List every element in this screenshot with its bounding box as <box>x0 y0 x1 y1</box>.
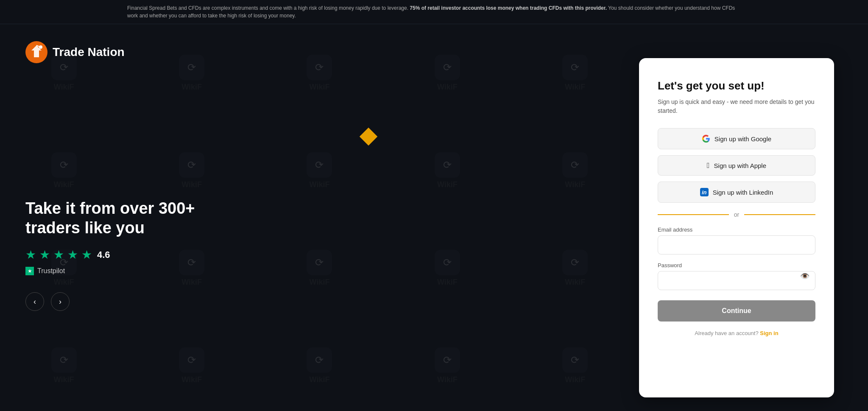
watermark-logo-icon: ⟳ <box>51 347 77 373</box>
watermark-cell: ⟳ WikiF <box>383 317 511 411</box>
watermark-text: WikiF <box>565 375 585 384</box>
watermark-logo-icon: ⟳ <box>562 152 588 178</box>
watermark-text: WikiF <box>437 375 458 384</box>
or-text: or <box>734 211 739 218</box>
linkedin-btn-label: Sign up with LinkedIn <box>713 189 773 196</box>
email-field-group: Email address <box>658 226 815 254</box>
watermark-text: WikiF <box>437 83 458 92</box>
logo-text: Trade Nation <box>53 45 125 59</box>
linkedin-signup-button[interactable]: in Sign up with LinkedIn <box>658 182 815 203</box>
watermark-cell: ⟳ WikiF <box>0 317 128 411</box>
watermark-logo-icon: ⟳ <box>179 152 204 178</box>
watermark-text: WikiF <box>565 83 585 92</box>
star-1: ★ <box>25 248 36 262</box>
nav-arrows: ‹ › <box>25 292 614 311</box>
left-panel: ⟳ WikiF ⟳ WikiF ⟳ WikiF ⟳ WikiF ⟳ WikiF … <box>0 24 639 411</box>
risk-bold: 75% of retail investor accounts lose mon… <box>410 5 607 11</box>
testimonial-section: Take it from over 300+ traders like you … <box>25 199 614 311</box>
watermark-text: WikiF <box>310 375 330 384</box>
watermark-cell: ⟳ WikiF <box>0 24 128 122</box>
or-line-right <box>744 214 815 215</box>
watermark-text: WikiF <box>310 180 330 189</box>
watermark-text: WikiF <box>181 83 202 92</box>
watermark-cell: ⟳ WikiF <box>511 317 639 411</box>
watermark-text: WikiF <box>54 180 74 189</box>
watermark-text: WikiF <box>181 180 202 189</box>
watermark-logo-icon: ⟳ <box>435 152 460 178</box>
form-subtitle: Sign up is quick and easy - we need more… <box>658 98 815 115</box>
star-4: ★ <box>67 248 78 262</box>
or-divider: or <box>658 211 815 218</box>
watermark-cell: ⟳ WikiF <box>128 24 255 122</box>
watermark-text: WikiF <box>181 375 202 384</box>
password-field-group: Password 👁️ <box>658 262 815 290</box>
watermark-text: WikiF <box>54 375 74 384</box>
trustpilot-label: Trustpilot <box>37 267 65 275</box>
apple-signup-button[interactable]:  Sign up with Apple <box>658 155 815 176</box>
password-label: Password <box>658 262 815 268</box>
watermark-logo-icon: ⟳ <box>435 347 460 373</box>
google-icon <box>702 134 710 143</box>
watermark-text: WikiF <box>437 180 458 189</box>
risk-text: Financial Spread Bets and CFDs are compl… <box>127 5 408 11</box>
signup-form-panel: Let's get you set up! Sign up is quick a… <box>639 58 834 397</box>
apple-icon:  <box>707 162 710 169</box>
google-signup-button[interactable]: Sign up with Google <box>658 128 815 149</box>
watermark-cell: ⟳ WikiF <box>511 24 639 122</box>
risk-banner: Financial Spread Bets and CFDs are compl… <box>0 0 868 24</box>
star-2: ★ <box>39 248 50 262</box>
email-label: Email address <box>658 226 815 233</box>
form-title: Let's get you set up! <box>658 79 815 92</box>
watermark-cell: ⟳ WikiF <box>256 24 383 122</box>
watermark-logo-icon: ⟳ <box>51 152 77 178</box>
watermark-cell: ⟳ WikiF <box>128 317 255 411</box>
email-input[interactable] <box>658 235 815 254</box>
linkedin-icon: in <box>700 188 709 196</box>
watermark-logo-icon: ⟳ <box>307 152 332 178</box>
signin-row: Already have an account? Sign in <box>658 330 815 336</box>
signin-text: Already have an account? <box>695 330 758 336</box>
watermark-logo-icon: ⟳ <box>562 347 588 373</box>
trustpilot-icon: ★ <box>25 267 34 275</box>
signin-link[interactable]: Sign in <box>760 330 778 336</box>
watermark-logo-icon: ⟳ <box>179 347 204 373</box>
star-half: ★ <box>81 248 92 262</box>
watermark-logo-icon: ⟳ <box>307 347 332 373</box>
watermark-text: WikiF <box>54 83 74 92</box>
watermark-cell: ⟳ WikiF <box>256 317 383 411</box>
watermark-text: WikiF <box>310 83 330 92</box>
continue-button[interactable]: Continue <box>658 300 815 322</box>
google-btn-label: Sign up with Google <box>714 135 771 143</box>
password-input[interactable] <box>658 271 815 290</box>
logo-area: Trade Nation <box>25 41 614 63</box>
stars-row: ★ ★ ★ ★ ★ 4.6 <box>25 248 614 262</box>
password-toggle-icon[interactable]: 👁️ <box>800 271 809 281</box>
watermark-text: WikiF <box>565 180 585 189</box>
prev-arrow-button[interactable]: ‹ <box>25 292 44 311</box>
trustpilot-row: ★ Trustpilot <box>25 267 614 275</box>
trade-nation-logo-icon <box>25 41 47 63</box>
star-3: ★ <box>53 248 64 262</box>
apple-btn-label: Sign up with Apple <box>714 162 766 169</box>
rating-number: 4.6 <box>97 249 110 260</box>
next-arrow-button[interactable]: › <box>51 292 70 311</box>
testimonial-heading: Take it from over 300+ traders like you <box>25 199 204 238</box>
main-content: ⟳ WikiF ⟳ WikiF ⟳ WikiF ⟳ WikiF ⟳ WikiF … <box>0 24 868 411</box>
or-line-left <box>658 214 729 215</box>
watermark-cell: ⟳ WikiF <box>383 24 511 122</box>
